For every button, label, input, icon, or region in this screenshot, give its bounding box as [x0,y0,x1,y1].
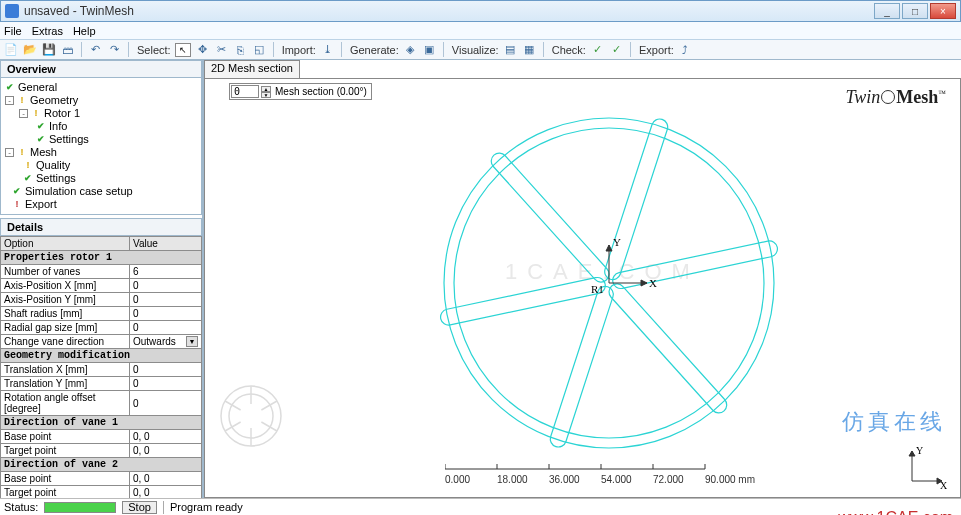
check1-icon[interactable]: ✓ [590,42,605,57]
maximize-button[interactable]: □ [902,3,928,19]
val-nvanes[interactable]: 6 [130,265,202,279]
lbl-bp2: Base point [1,472,130,486]
menu-help[interactable]: Help [73,25,96,37]
val-gap[interactable]: 0 [130,321,202,335]
title-bar: unsaved - TwinMesh _ □ × [0,0,961,22]
group-props: Properties rotor 1 [1,251,202,265]
menu-file[interactable]: File [4,25,22,37]
val-bp1[interactable]: 0, 0 [130,430,202,444]
svg-marker-9 [641,280,647,286]
svg-marker-30 [909,451,915,456]
redo-icon[interactable]: ↷ [107,42,122,57]
svg-rect-4 [606,281,730,417]
val-ty[interactable]: 0 [130,377,202,391]
axis-y-label: Y [613,236,621,248]
lbl-bp1: Base point [1,430,130,444]
svg-rect-5 [548,284,615,449]
tick-4: 72.000 [653,474,705,485]
tree-export[interactable]: Export [25,198,57,211]
import-label: Import: [282,44,316,56]
menu-bar: File Extras Help [0,22,961,40]
select-label: Select: [137,44,171,56]
svg-text:Y: Y [916,445,923,456]
generate-label: Generate: [350,44,399,56]
viz2-icon[interactable]: ▦ [522,42,537,57]
window-title: unsaved - TwinMesh [24,4,134,18]
lbl-tp2: Target point [1,486,130,499]
saveall-icon[interactable]: 🗃 [60,42,75,57]
new-icon[interactable]: 📄 [3,42,18,57]
val-axisy[interactable]: 0 [130,293,202,307]
details-header: Details [0,218,202,236]
stop-button[interactable]: Stop [122,501,157,514]
check-label: Check: [552,44,586,56]
minimize-button[interactable]: _ [874,3,900,19]
app-icon [5,4,19,18]
import-icon[interactable]: ⤓ [320,42,335,57]
tree-quality[interactable]: Quality [36,159,70,172]
lbl-rot: Rotation angle offset [degree] [1,391,130,416]
overview-tree[interactable]: ✔General -!Geometry -!Rotor 1 ✔Info ✔Set… [0,78,202,215]
val-rot[interactable]: 0 [130,391,202,416]
viewport[interactable]: 2D Mesh section 0 ▲▼ Mesh section (0.00°… [204,60,961,498]
pointer-tool[interactable]: ↖ [175,43,191,57]
undo-icon[interactable]: ↶ [88,42,103,57]
export-label: Export: [639,44,674,56]
lbl-shaft: Shaft radius [mm] [1,307,130,321]
menu-extras[interactable]: Extras [32,25,63,37]
group-geomod: Geometry modification [1,349,202,363]
tree-rotor1[interactable]: Rotor 1 [44,107,80,120]
tick-0: 0.000 [445,474,497,485]
lbl-gap: Radial gap size [mm] [1,321,130,335]
lbl-dir: Change vane direction [1,335,130,349]
val-tp1[interactable]: 0, 0 [130,444,202,458]
close-button[interactable]: × [930,3,956,19]
tree-settings1[interactable]: Settings [49,133,89,146]
view-canvas[interactable]: 0 ▲▼ Mesh section (0.00°) TwinMesh™ 1CAE… [204,78,961,498]
tree-info[interactable]: Info [49,120,67,133]
tab-2d-mesh[interactable]: 2D Mesh section [204,60,300,78]
export-icon[interactable]: ⤴ [678,42,693,57]
section-label: Mesh section (0.00°) [275,86,367,97]
tree-sim[interactable]: Simulation case setup [25,185,133,198]
lbl-tp1: Target point [1,444,130,458]
cut-icon[interactable]: ✂ [214,42,229,57]
tree-general[interactable]: General [18,81,57,94]
pan-icon[interactable]: ✥ [195,42,210,57]
spin-down-icon[interactable]: ▼ [261,92,271,98]
col-option: Option [1,237,130,251]
fit-icon[interactable]: ◱ [252,42,267,57]
dropdown-icon: ▼ [186,336,198,347]
status-text: Program ready [170,501,243,513]
section-number[interactable]: 0 [231,85,259,98]
status-label: Status: [4,501,38,513]
group-v1: Direction of vane 1 [1,416,202,430]
scale-bar: 0.000 18.000 36.000 54.000 72.000 90.000… [445,461,775,485]
val-bp2[interactable]: 0, 0 [130,472,202,486]
lbl-tx: Translation X [mm] [1,363,130,377]
val-shaft[interactable]: 0 [130,307,202,321]
save-icon[interactable]: 💾 [41,42,56,57]
col-value: Value [130,237,202,251]
toolbar: 📄 📂 💾 🗃 ↶ ↷ Select: ↖ ✥ ✂ ⎘ ◱ Import: ⤓ … [0,40,961,60]
check2-icon[interactable]: ✓ [609,42,624,57]
val-tp2[interactable]: 0, 0 [130,486,202,499]
visualize-label: Visualize: [452,44,499,56]
lbl-axisy: Axis-Position Y [mm] [1,293,130,307]
tree-mesh[interactable]: Mesh [30,146,57,159]
open-icon[interactable]: 📂 [22,42,37,57]
tree-geometry[interactable]: Geometry [30,94,78,107]
val-dir[interactable]: Outwards▼ [130,335,202,349]
main-area: Overview ✔General -!Geometry -!Rotor 1 ✔… [0,60,961,498]
svg-rect-2 [603,117,670,282]
val-tx[interactable]: 0 [130,363,202,377]
lbl-ty: Translation Y [mm] [1,377,130,391]
tree-settings2[interactable]: Settings [36,172,76,185]
gen1-icon[interactable]: ◈ [403,42,418,57]
group-v2: Direction of vane 2 [1,458,202,472]
viz1-icon[interactable]: ▤ [503,42,518,57]
val-axisx[interactable]: 0 [130,279,202,293]
svg-rect-7 [488,150,612,286]
copy-icon[interactable]: ⎘ [233,42,248,57]
gen2-icon[interactable]: ▣ [422,42,437,57]
